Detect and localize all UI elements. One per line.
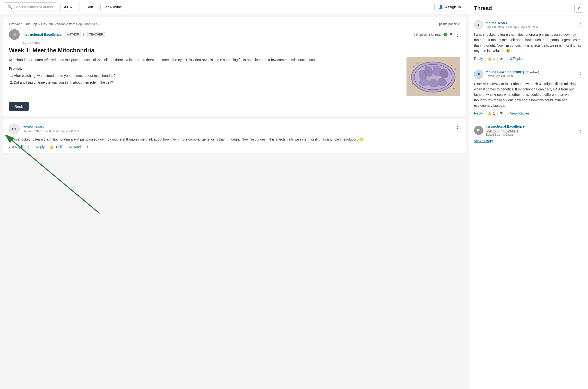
thread-author-info-ot: Online Tester Sep 4 8:53am Last reply Se…: [486, 21, 538, 29]
author-details: Instructional Excellence AUTHOR | TEACHE…: [23, 32, 105, 37]
author-info: IE Instructional Excellence AUTHOR | TEA…: [9, 29, 105, 40]
chevron-right-small-ot: ›: [508, 57, 509, 61]
thread-pronoun-ol: (She/Her): [525, 70, 539, 74]
post-time: Sep 4 8:50am: [23, 41, 460, 44]
sep1: |: [28, 145, 29, 149]
view-inline-label: View Inline: [104, 5, 122, 9]
reply-time: Sep 4 8:53am Last reply Sep 4 9:07am: [23, 129, 79, 133]
thread-author-name-ot[interactable]: Online Tester: [486, 21, 507, 25]
main-reply-button[interactable]: Reply: [9, 102, 29, 111]
view-inline-button[interactable]: View Inline: [100, 3, 126, 11]
post-points: 0 points possible: [436, 22, 460, 26]
reply-author-details: Online Tester Sep 4 8:53am Last reply Se…: [23, 125, 79, 133]
post-due: Due Sep 6 11:59pm: [25, 22, 53, 26]
search-box[interactable]: 🔍 Search entries or author: [4, 2, 57, 11]
thread-actions-ot: Reply | 👍 1 | ✉ | › 3 Replies: [474, 57, 583, 61]
chevron-right-icon: ›: [9, 145, 10, 149]
svg-point-5: [451, 65, 452, 66]
sort-label: Sort: [87, 5, 93, 9]
thread-close-button[interactable]: ×: [574, 4, 583, 13]
bookmark-icon: ⚑: [449, 32, 453, 37]
svg-point-6: [454, 68, 456, 70]
reply-more-icon[interactable]: ⋮: [455, 124, 460, 129]
read-indicator: [443, 32, 447, 36]
sep2: |: [46, 145, 47, 149]
thread-badge-sep: |: [501, 129, 502, 133]
assign-to-button[interactable]: 👤 Assign To: [435, 3, 465, 11]
thread-replies-link-ot[interactable]: 3 Replies: [510, 57, 524, 61]
post-available: Available from Sep 2 until Sep 8: [55, 22, 100, 26]
thread-reply-link-ot[interactable]: Reply: [474, 57, 483, 61]
thread-reply-link-ol[interactable]: Reply: [474, 111, 483, 115]
thread-author-block-ol: OL Online Learning(TS001) (She/Her) Edit…: [474, 69, 539, 79]
svg-point-7: [453, 88, 455, 90]
thread-badge-teacher: TEACHER: [503, 129, 519, 133]
reply-curve-icon: ↵: [31, 145, 34, 149]
thread-time-ie: Edited Sep 4 8:58am: [486, 133, 525, 136]
thread-avatar-ie: IE: [474, 126, 483, 135]
mail-icon: ✉: [69, 145, 72, 149]
chevron-right-small-ol: ›: [508, 111, 509, 115]
thumb-up-icon: 👍: [49, 145, 54, 149]
author-row: IE Instructional Excellence AUTHOR | TEA…: [9, 29, 460, 40]
prompt-list: After watching, what stood out to you th…: [9, 73, 401, 85]
thread-entry-header-ie: IE Instructional Excellence AUTHOR | TEA…: [474, 124, 583, 136]
svg-point-4: [416, 62, 418, 64]
thread-entry-header-ot: OT Online Tester Sep 4 8:53am Last reply…: [474, 20, 583, 30]
filter-select[interactable]: All ⌄: [60, 3, 76, 11]
thread-entry-header-ol: OL Online Learning(TS001) (She/Her) Edit…: [474, 69, 583, 79]
thread-avatar-ol: OL: [474, 69, 483, 79]
thread-author-block-ot: OT Online Tester Sep 4 8:53am Last reply…: [474, 20, 538, 30]
post-body-row: Mitochondria are often referred to as th…: [9, 57, 460, 96]
filter-label: All: [64, 5, 68, 9]
replies-expand-link[interactable]: 3 Replies: [12, 145, 26, 149]
reply-author-name[interactable]: Online Tester: [23, 125, 44, 129]
thread-more-icon-ie[interactable]: ⋮: [578, 128, 583, 133]
thread-thumb-icon-ol: 👍: [487, 111, 492, 115]
thread-more-icon-ol[interactable]: ⋮: [578, 71, 583, 77]
thread-entry-ot: OT Online Tester Sep 4 8:53am Last reply…: [469, 16, 588, 65]
thread-author-name-ol[interactable]: Online Learning(TS001): [486, 70, 524, 74]
thread-author-name-ie[interactable]: Instructional Excellence: [486, 125, 525, 128]
svg-point-3: [413, 66, 414, 67]
replies-count-text: 8 Replies, 1 Unread: [413, 33, 441, 36]
search-placeholder: Search entries or author: [14, 5, 54, 9]
prompt-item-2: Did anything change the way you think ab…: [14, 80, 401, 85]
assign-to-label: Assign To: [445, 5, 461, 9]
thread-like-count-ol: 1: [493, 111, 495, 115]
like-link[interactable]: 1 Like: [55, 145, 64, 149]
post-text: Mitochondria are often referred to as th…: [9, 57, 401, 96]
thread-badges-ie: AUTHOR | TEACHER: [486, 129, 525, 133]
sort-arrow-icon: ↓: [83, 5, 85, 9]
thread-list: OT Online Tester Sep 4 8:53am Last reply…: [469, 16, 588, 389]
replies-badge: 8 Replies, 1 Unread ⚑ ⋮: [413, 32, 460, 37]
author-name-link[interactable]: Instructional Excellence: [23, 32, 61, 36]
badge-separator: |: [83, 33, 84, 36]
view-history-link[interactable]: View History: [474, 139, 493, 143]
mark-unread-link[interactable]: Mark as Unread: [74, 145, 98, 149]
reply-card-ot: OT Online Tester Sep 4 8:53am Last reply…: [3, 119, 466, 153]
thread-avatar-ot: OT: [474, 20, 483, 30]
thread-thumb-icon-ot: 👍: [487, 57, 492, 61]
search-icon: 🔍: [7, 5, 12, 9]
svg-point-8: [412, 83, 413, 85]
thread-author-info-ie: Instructional Excellence AUTHOR | TEACHE…: [486, 124, 525, 136]
thread-more-icon-ot[interactable]: ⋮: [578, 22, 583, 28]
thread-author-info-ol: Online Learning(TS001) (She/Her) Edited …: [486, 70, 539, 78]
author-badge-author: AUTHOR: [65, 32, 81, 37]
more-options-icon[interactable]: ⋮: [455, 32, 460, 37]
post-meta-left: Everyone Due Sep 6 11:59pm Available fro…: [9, 22, 100, 26]
reply-author-block: OT Online Tester Sep 4 8:53am Last reply…: [9, 124, 79, 134]
sort-button[interactable]: ↓ Sort: [79, 3, 97, 11]
thread-panel: Thread × OT Online Tester Sep 4 8:53am L…: [469, 0, 588, 389]
thread-title: Thread: [474, 5, 492, 11]
post-meta-top: Everyone Due Sep 6 11:59pm Available fro…: [9, 22, 460, 26]
reply-link[interactable]: Reply: [36, 145, 45, 149]
thread-mail-icon-ol: ✉: [500, 111, 503, 115]
thread-like-count-ot: 1: [493, 57, 495, 61]
thread-view-replies-link-ol[interactable]: View Replies: [510, 111, 530, 115]
post-image: [407, 57, 460, 96]
sep3: |: [66, 145, 67, 149]
thread-time-ol: Edited Sep 4 8:56am: [486, 74, 539, 78]
chevron-down-icon: ⌄: [69, 5, 73, 9]
